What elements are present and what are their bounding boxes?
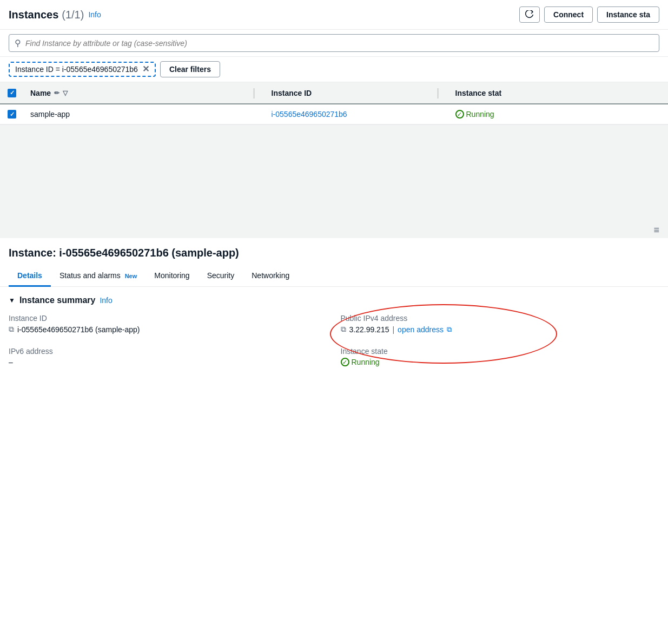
status-running: ✓ Running (455, 110, 662, 119)
col-separator-2: | (427, 87, 449, 99)
instance-detail-title: Instance: i-05565e469650271b6 (sample-ap… (0, 238, 668, 266)
refresh-icon (525, 10, 534, 19)
info-link[interactable]: Info (88, 10, 101, 19)
tab-security[interactable]: Security (199, 266, 243, 287)
cell-instance-id: i-05565e469650271b6 (265, 110, 427, 119)
tab-new-badge: New (125, 273, 137, 279)
field-ipv6-value: – (9, 358, 328, 366)
clear-filters-button[interactable]: Clear filters (160, 61, 220, 77)
table-header: Name ✏ ▽ | Instance ID | Instance stat (0, 82, 668, 104)
field-public-ipv4-value: ⧉ 3.22.99.215 | open address ⧉ (341, 325, 660, 334)
name-filter-icon[interactable]: ▽ (63, 89, 68, 97)
field-instance-id-value: ⧉ i-05565e469650271b6 (sample-app) (9, 325, 328, 334)
instance-state-button[interactable]: Instance sta (597, 6, 659, 23)
section-info-link[interactable]: Info (100, 296, 112, 305)
open-address-link[interactable]: open address (398, 325, 444, 334)
details-grid: Instance ID ⧉ i-05565e469650271b6 (sampl… (9, 314, 659, 366)
page-title: Instances (9, 9, 58, 21)
search-bar: ⚲ (0, 30, 668, 57)
field-ipv6-label: IPv6 address (9, 347, 328, 356)
checkbox-row[interactable] (8, 110, 16, 119)
external-link-icon[interactable]: ⧉ (447, 325, 452, 334)
detail-status-icon: ✓ (341, 358, 349, 366)
detail-status-running: ✓ Running (341, 358, 380, 366)
cell-name: sample-app (24, 110, 243, 119)
instance-id-link[interactable]: i-05565e469650271b6 (272, 110, 347, 119)
section-title: Instance summary (19, 295, 96, 305)
search-input-wrap[interactable]: ⚲ (9, 34, 659, 52)
details-content: ▼ Instance summary Info Instance ID ⧉ i-… (0, 287, 668, 375)
col-instance-state: Instance stat (449, 89, 669, 97)
tabs-bar: Details Status and alarms New Monitoring… (0, 266, 668, 287)
col-separator-1: | (243, 87, 265, 99)
field-instance-id: Instance ID ⧉ i-05565e469650271b6 (sampl… (9, 314, 328, 334)
field-ipv6: IPv6 address – (9, 347, 328, 366)
filter-tag-text: Instance ID = i-05565e469650271b6 (15, 65, 138, 74)
select-all-checkbox[interactable] (0, 89, 24, 97)
empty-table-area (0, 125, 668, 222)
instances-table: Name ✏ ▽ | Instance ID | Instance stat s… (0, 82, 668, 125)
copy-instance-id-icon[interactable]: ⧉ (9, 325, 14, 334)
table-row: sample-app i-05565e469650271b6 ✓ Running (0, 104, 668, 124)
field-instance-state-label: Instance state (341, 347, 660, 356)
section-header: ▼ Instance summary Info (9, 295, 659, 305)
refresh-button[interactable] (519, 6, 540, 23)
connect-button[interactable]: Connect (544, 6, 593, 23)
header-actions: Connect Instance sta (519, 6, 659, 23)
resize-handle[interactable]: ≡ (0, 222, 668, 238)
col-name: Name ✏ ▽ (24, 89, 243, 97)
tab-details[interactable]: Details (9, 266, 51, 287)
row-checkbox[interactable] (0, 110, 24, 119)
search-icon: ⚲ (15, 38, 21, 48)
tab-status-alarms[interactable]: Status and alarms New (51, 266, 145, 287)
filter-tag-close[interactable]: ✕ (142, 65, 149, 74)
field-public-ipv4: Public IPv4 address ⧉ 3.22.99.215 | open… (341, 314, 660, 334)
col-instance-id: Instance ID (265, 89, 427, 97)
cell-state: ✓ Running (449, 110, 669, 119)
field-instance-id-label: Instance ID (9, 314, 328, 323)
field-instance-state: Instance state ✓ Running (341, 347, 660, 366)
section-toggle[interactable]: ▼ (9, 297, 15, 304)
instances-count: (1/1) (62, 9, 84, 21)
name-edit-icon[interactable]: ✏ (54, 89, 59, 97)
copy-ipv4-icon[interactable]: ⧉ (341, 325, 346, 334)
field-instance-state-value: ✓ Running (341, 358, 660, 366)
filter-row: Instance ID = i-05565e469650271b6 ✕ Clea… (0, 57, 668, 82)
resize-icon[interactable]: ≡ (653, 225, 659, 236)
field-public-ipv4-label: Public IPv4 address (341, 314, 660, 323)
filter-tag: Instance ID = i-05565e469650271b6 ✕ (9, 62, 156, 77)
instances-header: Instances (1/1) Info Connect Instance st… (0, 0, 668, 30)
tab-networking[interactable]: Networking (243, 266, 298, 287)
search-input[interactable] (25, 39, 653, 48)
status-icon: ✓ (455, 110, 464, 119)
tab-monitoring[interactable]: Monitoring (145, 266, 198, 287)
checkbox-all[interactable] (8, 89, 16, 97)
